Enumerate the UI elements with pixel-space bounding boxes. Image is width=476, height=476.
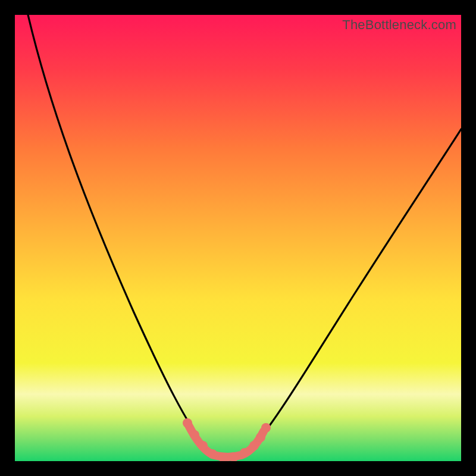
chart-frame: TheBottleneck.com — [15, 15, 461, 461]
background-gradient — [15, 15, 461, 461]
svg-rect-0 — [15, 15, 461, 461]
watermark-text: TheBottleneck.com — [342, 17, 456, 33]
